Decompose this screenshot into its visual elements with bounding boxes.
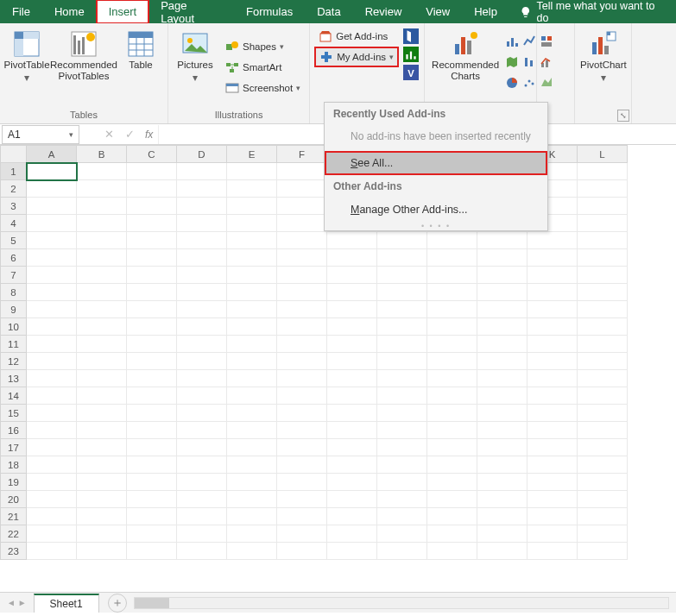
screenshot-button[interactable]: Screenshot ▾: [222, 79, 304, 97]
cell[interactable]: [528, 439, 578, 456]
cancel-formula-button[interactable]: ✕: [98, 128, 119, 141]
cell[interactable]: [127, 439, 177, 456]
cell[interactable]: [377, 370, 427, 387]
row-header[interactable]: 23: [1, 543, 27, 560]
cell[interactable]: [377, 543, 427, 560]
cell[interactable]: [477, 474, 528, 491]
cell[interactable]: [377, 301, 427, 318]
cell[interactable]: [477, 525, 528, 543]
fx-icon[interactable]: fx: [140, 129, 158, 141]
cell[interactable]: [27, 370, 77, 387]
cell[interactable]: [77, 525, 127, 543]
cell[interactable]: [227, 232, 277, 249]
cell[interactable]: [177, 474, 227, 491]
recommended-charts-button[interactable]: Recommended Charts: [432, 27, 499, 108]
cell[interactable]: [77, 284, 127, 301]
row-header[interactable]: 22: [1, 525, 27, 543]
cell[interactable]: [27, 439, 77, 456]
get-addins-button[interactable]: Get Add-ins: [315, 27, 398, 46]
cell[interactable]: [177, 163, 227, 180]
cell[interactable]: [127, 336, 177, 353]
cell[interactable]: [528, 301, 578, 318]
cell[interactable]: [227, 370, 277, 387]
cell[interactable]: [27, 163, 77, 180]
cell[interactable]: [177, 387, 227, 405]
cell[interactable]: [528, 249, 578, 267]
new-sheet-button[interactable]: ＋: [108, 594, 127, 613]
bar-chart-button[interactable]: [504, 32, 520, 51]
cell[interactable]: [528, 543, 578, 560]
cell[interactable]: [377, 353, 427, 370]
cell[interactable]: [27, 301, 77, 318]
bing-maps-icon[interactable]: [403, 28, 419, 44]
cell[interactable]: [327, 405, 377, 422]
cell[interactable]: [427, 284, 477, 301]
cell[interactable]: [477, 249, 528, 267]
tab-formulas[interactable]: Formulas: [234, 0, 305, 23]
cell[interactable]: [477, 422, 528, 439]
sheet-tab-sheet1[interactable]: Sheet1: [34, 594, 99, 613]
cell[interactable]: [578, 456, 628, 474]
cell[interactable]: [177, 508, 227, 525]
pivottable-button[interactable]: PivotTable ▾: [5, 27, 48, 108]
cell[interactable]: [477, 353, 528, 370]
row-header[interactable]: 18: [1, 456, 27, 474]
column-header[interactable]: D: [177, 146, 227, 163]
row-header[interactable]: 16: [1, 422, 27, 439]
visio-icon[interactable]: V: [403, 65, 419, 80]
cell[interactable]: [427, 370, 477, 387]
cell[interactable]: [227, 439, 277, 456]
cell[interactable]: [377, 491, 427, 508]
cell[interactable]: [427, 525, 477, 543]
cell[interactable]: [528, 525, 578, 543]
shapes-button[interactable]: Shapes ▾: [222, 37, 304, 56]
cell[interactable]: [377, 318, 427, 336]
cell[interactable]: [327, 543, 377, 560]
cell[interactable]: [77, 508, 127, 525]
cell[interactable]: [578, 543, 628, 560]
tab-help[interactable]: Help: [462, 0, 509, 23]
cell[interactable]: [127, 474, 177, 491]
cell[interactable]: [277, 267, 327, 284]
cell[interactable]: [327, 525, 377, 543]
row-header[interactable]: 8: [1, 284, 27, 301]
cell[interactable]: [177, 370, 227, 387]
cell[interactable]: [27, 198, 77, 215]
cell[interactable]: [427, 422, 477, 439]
table-button[interactable]: Table: [119, 27, 162, 108]
cell[interactable]: [528, 353, 578, 370]
cell[interactable]: [77, 336, 127, 353]
cell[interactable]: [277, 456, 327, 474]
row-header[interactable]: 7: [1, 267, 27, 284]
cell[interactable]: [27, 249, 77, 267]
cell[interactable]: [477, 232, 528, 249]
cell[interactable]: [477, 370, 528, 387]
cell[interactable]: [227, 474, 277, 491]
tab-review[interactable]: Review: [353, 0, 414, 23]
cell[interactable]: [127, 456, 177, 474]
cell[interactable]: [277, 180, 327, 198]
cell[interactable]: [177, 353, 227, 370]
tab-data[interactable]: Data: [305, 0, 352, 23]
cell[interactable]: [277, 336, 327, 353]
cell[interactable]: [127, 215, 177, 232]
cell[interactable]: [127, 422, 177, 439]
cell[interactable]: [27, 405, 77, 422]
pivotchart-dialog-launcher[interactable]: ⤡: [617, 110, 629, 122]
cell[interactable]: [77, 387, 127, 405]
cell[interactable]: [427, 491, 477, 508]
row-header[interactable]: 1: [1, 163, 27, 180]
cell[interactable]: [177, 232, 227, 249]
cell[interactable]: [227, 163, 277, 180]
cell[interactable]: [477, 267, 528, 284]
cell[interactable]: [227, 405, 277, 422]
column-header[interactable]: A: [27, 146, 77, 163]
cell[interactable]: [227, 249, 277, 267]
my-addins-button[interactable]: My Add-ins ▾: [315, 47, 398, 66]
people-graph-icon[interactable]: [403, 47, 419, 62]
cell[interactable]: [277, 387, 327, 405]
cell[interactable]: [127, 318, 177, 336]
cell[interactable]: [528, 370, 578, 387]
cell[interactable]: [127, 284, 177, 301]
cell[interactable]: [578, 370, 628, 387]
